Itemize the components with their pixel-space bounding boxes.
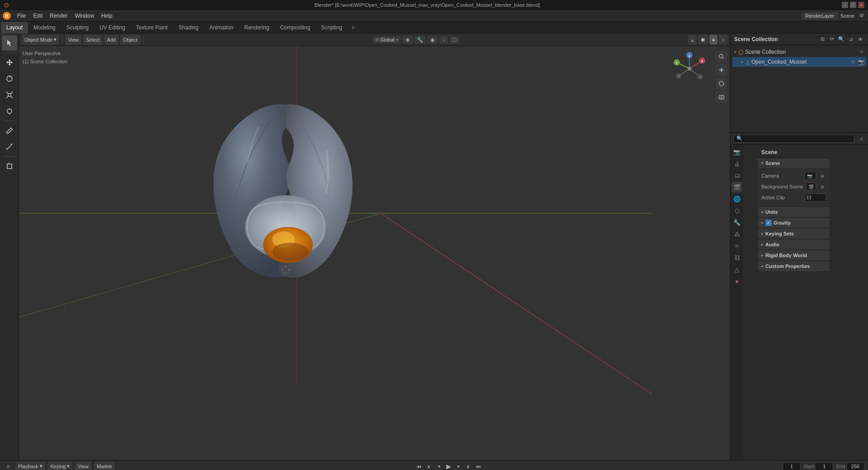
tool-add-cube[interactable] (2, 159, 17, 174)
show-gizmos[interactable]: ⬦ (439, 36, 448, 44)
object-render-vis[interactable]: 📷 (858, 59, 864, 65)
prop-section-custom-header[interactable]: ▸ Custom Properties (758, 261, 830, 271)
proportional-edit[interactable]: ◉ (428, 36, 438, 44)
prop-output-icon[interactable]: 🖨 (731, 158, 742, 169)
tab-shading[interactable]: Shading (173, 22, 204, 33)
active-clip-field[interactable]: 🎞 (805, 193, 826, 202)
camera-view-icon[interactable] (716, 91, 727, 103)
material-preview[interactable]: ◉ (698, 35, 708, 45)
object-mode-selector[interactable]: Object Mode ▾ (22, 35, 59, 45)
prop-render-icon[interactable]: 📷 (731, 146, 742, 157)
tool-transform[interactable] (2, 103, 17, 119)
keying-menu[interactable]: Keying ▾ (48, 461, 73, 470)
prop-section-keying-header[interactable]: ▸ Keying Sets (758, 229, 830, 239)
tool-scale[interactable] (2, 87, 17, 103)
object-menu[interactable]: Object (120, 35, 140, 45)
bg-scene-select-btn[interactable]: ⊕ (819, 183, 826, 190)
prop-modifier-icon[interactable]: 🔧 (731, 217, 742, 228)
prop-object-icon[interactable]: ⬡ (731, 205, 742, 216)
tab-sculpting[interactable]: Sculpting (61, 22, 94, 33)
view-zoom-icon[interactable] (716, 51, 727, 62)
close-button[interactable]: × (858, 2, 864, 8)
outliner-mussel-object[interactable]: ▸ △ Open_Cooked_Mussel 👁 📷 (732, 57, 866, 67)
tool-rotate[interactable] (2, 71, 17, 86)
end-frame-input[interactable]: 250 (846, 462, 864, 470)
properties-search-input[interactable]: 🔍 (733, 135, 854, 143)
solid-view[interactable]: ● (709, 35, 718, 45)
prop-section-units-header[interactable]: ▸ Units (758, 207, 830, 217)
options-button[interactable]: ⚙ (857, 11, 866, 20)
tab-texture-paint[interactable]: Texture Paint (131, 22, 173, 33)
object-visibility[interactable]: 👁 (850, 59, 855, 65)
pb-play[interactable]: ▶ (444, 462, 453, 470)
tool-select[interactable] (2, 35, 17, 51)
pivot-point[interactable]: ⊕ (403, 36, 412, 44)
tab-uv-editing[interactable]: UV Editing (94, 22, 131, 33)
prop-scene-icon[interactable]: 🎬 (731, 182, 742, 193)
properties-filter-btn[interactable]: ⊿ (856, 134, 865, 143)
camera-field[interactable]: 📷 (805, 172, 816, 180)
view-pan-icon[interactable] (716, 64, 727, 76)
tab-compositing[interactable]: Compositing (275, 22, 316, 33)
outliner-search-icon[interactable]: 🔍 (837, 35, 845, 43)
pb-prev-keyframe[interactable]: ⏴ (425, 462, 434, 470)
playback-menu[interactable]: Playback ▾ (15, 461, 45, 470)
pb-jump-end[interactable]: ⏭ (474, 462, 483, 470)
maximize-button[interactable]: □ (850, 2, 856, 8)
wireframe-view[interactable]: ○ (719, 35, 727, 45)
pb-next-keyframe[interactable]: ⏵ (464, 462, 473, 470)
background-scene-field[interactable]: 🎬 (806, 183, 816, 191)
outliner-vis-btn[interactable]: 👁 (856, 35, 864, 43)
prop-data-icon[interactable]: △ (731, 264, 742, 275)
outliner-sync-icon[interactable]: ⟳ (828, 35, 836, 43)
gravity-checkbox[interactable]: ✓ (765, 220, 772, 226)
start-frame-input[interactable]: 1 (815, 462, 833, 470)
prop-material-icon[interactable]: ● (731, 276, 742, 287)
prop-world-icon[interactable]: 🌐 (731, 193, 742, 204)
prop-section-gravity-header[interactable]: ▸ ✓ Gravity (758, 218, 830, 228)
marker-menu[interactable]: Marker (94, 461, 115, 470)
add-workspace-button[interactable]: + (348, 23, 359, 33)
camera-select-btn[interactable]: ⊕ (819, 172, 826, 179)
navigation-gizmo[interactable]: X -X Y -Y Z (671, 51, 708, 87)
current-frame-input[interactable]: 1 (783, 462, 801, 470)
outliner-filter-btn[interactable]: ⊿ (847, 35, 855, 43)
prop-view-layer-icon[interactable]: 🗂 (731, 170, 742, 181)
tool-annotate[interactable] (2, 123, 17, 138)
select-menu[interactable]: Select (83, 35, 103, 45)
tab-modeling[interactable]: Modeling (28, 22, 61, 33)
snap-toggle[interactable]: 🔧 (414, 36, 426, 44)
pb-next-frame[interactable]: ▸ (454, 462, 463, 470)
tool-move[interactable] (2, 55, 17, 70)
tab-layout[interactable]: Layout (1, 22, 28, 33)
minimize-button[interactable]: − (842, 2, 848, 8)
viewport[interactable]: Object Mode ▾ View Select Add Object ⊙ G… (19, 33, 730, 460)
tab-rendering[interactable]: Rendering (239, 22, 274, 33)
prop-physics-icon[interactable]: ⚛ (731, 240, 742, 251)
menu-help[interactable]: Help (98, 12, 116, 20)
timeline-menu-icon[interactable]: ≡ (4, 462, 13, 470)
render-engine-selector[interactable]: RenderLayer (802, 12, 838, 19)
prop-constraints-icon[interactable]: ⛓ (731, 252, 742, 263)
prop-particle-icon[interactable]: ⁂ (731, 229, 742, 240)
pb-jump-start[interactable]: ⏮ (415, 462, 424, 470)
render-preview[interactable]: ⟁ (688, 35, 697, 45)
view-menu[interactable]: View (65, 35, 81, 45)
view-menu-timeline[interactable]: View (75, 461, 91, 470)
pb-prev-frame[interactable]: ◂ (434, 462, 443, 470)
blender-logo[interactable]: B (2, 11, 12, 21)
prop-section-audio-header[interactable]: ▸ Audio (758, 240, 830, 249)
prop-section-scene-header[interactable]: ▾ Scene (758, 158, 830, 168)
tool-measure[interactable] (2, 139, 17, 155)
outliner-filter-icon[interactable]: ⊟ (818, 35, 826, 43)
menu-edit[interactable]: Edit (29, 12, 46, 20)
collection-visibility[interactable]: 👁 (859, 49, 864, 55)
scene-selector[interactable]: Scene (840, 13, 854, 19)
menu-window[interactable]: Window (71, 12, 98, 20)
tab-animation[interactable]: Animation (204, 22, 239, 33)
view-rotate-icon[interactable] (716, 78, 727, 89)
menu-render[interactable]: Render (46, 12, 71, 20)
viewport-mode[interactable]: ⊙ Global ▾ (373, 36, 401, 43)
outliner-scene-collection[interactable]: ▾ ⬡ Scene Collection 👁 (732, 47, 866, 57)
tab-scripting[interactable]: Scripting (316, 22, 348, 33)
